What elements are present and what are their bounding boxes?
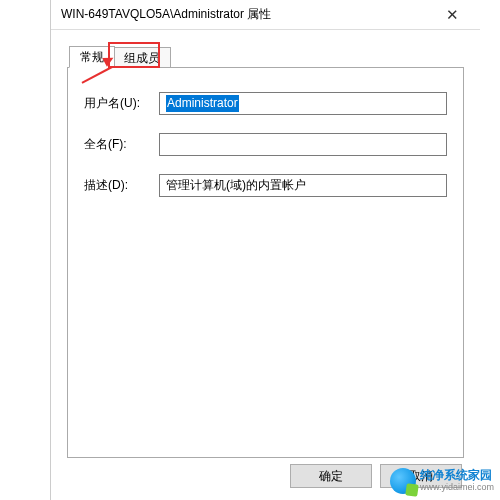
tab-general-label: 常规 <box>80 50 104 64</box>
description-label: 描述(D): <box>84 177 159 194</box>
username-value: Administrator <box>166 95 239 112</box>
ok-button[interactable]: 确定 <box>290 464 372 488</box>
fullname-input[interactable] <box>159 133 447 156</box>
dialog-content: 常规 组成员 用户名(U): Administrator 全名(F): 描述(D… <box>51 30 480 458</box>
close-button[interactable]: ✕ <box>432 1 472 29</box>
tab-members[interactable]: 组成员 <box>113 47 171 68</box>
watermark-text: 纯净系统家园 www.yidaimei.com <box>420 469 494 492</box>
window-title: WIN-649TAVQLO5A\Administrator 属性 <box>61 6 271 23</box>
username-label: 用户名(U): <box>84 95 159 112</box>
username-input[interactable]: Administrator <box>159 92 447 115</box>
tab-members-label: 组成员 <box>124 51 160 65</box>
row-username: 用户名(U): Administrator <box>84 92 447 115</box>
tab-strip: 常规 组成员 <box>67 46 464 68</box>
row-description: 描述(D): <box>84 174 447 197</box>
fullname-label: 全名(F): <box>84 136 159 153</box>
tab-panel-general: 用户名(U): Administrator 全名(F): 描述(D): <box>67 68 464 458</box>
ok-button-label: 确定 <box>319 469 343 483</box>
watermark-logo-icon <box>390 468 416 494</box>
tab-baseline <box>67 67 464 68</box>
description-input[interactable] <box>159 174 447 197</box>
watermark: 纯净系统家园 www.yidaimei.com <box>390 468 494 494</box>
watermark-title: 纯净系统家园 <box>420 469 494 482</box>
titlebar: WIN-649TAVQLO5A\Administrator 属性 ✕ <box>51 0 480 30</box>
row-fullname: 全名(F): <box>84 133 447 156</box>
watermark-url: www.yidaimei.com <box>420 483 494 493</box>
close-icon: ✕ <box>446 6 459 24</box>
properties-dialog: WIN-649TAVQLO5A\Administrator 属性 ✕ 常规 组成… <box>50 0 480 500</box>
